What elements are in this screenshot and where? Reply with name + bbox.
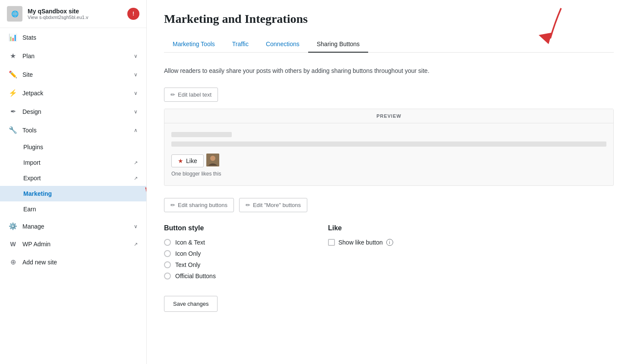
radio-label: Official Buttons (175, 273, 216, 279)
radio-circle (164, 239, 171, 246)
export-label: Export (23, 175, 41, 182)
import-label: Import (23, 159, 41, 166)
button-style-section: Button style Icon & Text Icon Only Text … (164, 224, 293, 284)
edit-more-buttons[interactable]: ✏ Edit "More" buttons (239, 198, 307, 212)
sidebar-nav: 📊 Stats ★ Plan ∨ ✏️ Site ∨ ⚡ Jetpack ∨ ✒… (0, 28, 146, 364)
wp-icon: W (9, 241, 17, 248)
radio-circle (164, 261, 171, 268)
chevron-down-icon: ∨ (134, 53, 138, 59)
site-info: My qSandbox site View s-qbdxmt2sgh5bl.eu… (28, 8, 122, 20)
settings-row: Button style Icon & Text Icon Only Text … (164, 224, 614, 284)
like-settings-title: Like (328, 224, 457, 232)
notification-badge[interactable]: ! (127, 8, 139, 20)
avatar-face (206, 154, 219, 166)
sidebar-item-tools[interactable]: 🔧 Tools ∧ (0, 121, 146, 139)
radio-icon-only[interactable]: Icon Only (164, 250, 293, 257)
radio-label: Text Only (175, 261, 200, 268)
skeleton-line-long (171, 141, 606, 147)
sidebar-item-stats[interactable]: 📊 Stats (0, 28, 146, 47)
sidebar-item-label: Add new site (22, 259, 138, 266)
radio-icon-text[interactable]: Icon & Text (164, 239, 293, 246)
radio-circle (164, 250, 171, 257)
sidebar-item-label: Site (22, 71, 129, 78)
sidebar-item-label: Jetpack (22, 90, 129, 97)
sidebar-item-import[interactable]: Import ↗ (0, 155, 146, 170)
external-link-icon: ↗ (134, 176, 138, 181)
radio-text-only[interactable]: Text Only (164, 261, 293, 268)
site-edit-icon: ✏️ (9, 70, 17, 78)
sidebar: 🌐 My qSandbox site View s-qbdxmt2sgh5bl.… (0, 0, 147, 364)
sidebar-item-export[interactable]: Export ↗ (0, 170, 146, 186)
tab-connections[interactable]: Connections (257, 36, 308, 53)
page-title: Marketing and Integrations (164, 12, 614, 26)
pencil-icon: ✏ (170, 91, 175, 98)
marketing-arrow (142, 184, 147, 201)
main-content: Marketing and Integrations Marketing Too… (147, 0, 631, 364)
tools-icon: 🔧 (9, 126, 17, 134)
plugins-label: Plugins (23, 144, 43, 151)
svg-point-3 (210, 156, 215, 161)
radio-label: Icon & Text (175, 239, 205, 246)
radio-label: Icon Only (175, 250, 201, 257)
show-like-checkbox[interactable] (328, 239, 335, 246)
pencil-icon: ✏ (170, 202, 175, 208)
stats-icon: 📊 (9, 33, 17, 41)
tab-marketing-tools[interactable]: Marketing Tools (164, 36, 224, 53)
like-settings-section: Like Show like button i (328, 224, 457, 246)
tab-sharing-buttons[interactable]: Sharing Buttons (308, 36, 369, 53)
tab-traffic[interactable]: Traffic (224, 36, 257, 53)
edit-label-button[interactable]: ✏ Edit label text (164, 88, 218, 102)
sidebar-item-label: Design (22, 108, 129, 115)
sidebar-item-plan[interactable]: ★ Plan ∨ (0, 47, 146, 65)
sidebar-header: 🌐 My qSandbox site View s-qbdxmt2sgh5bl.… (0, 0, 146, 28)
sidebar-item-label: WP Admin (22, 241, 129, 248)
sidebar-item-marketing[interactable]: Marketing (0, 186, 146, 201)
chevron-down-icon: ∨ (134, 109, 138, 115)
info-icon[interactable]: i (386, 239, 393, 246)
content-area: Allow readers to easily share your posts… (147, 53, 631, 364)
like-star-icon: ★ (178, 157, 183, 164)
chevron-down-icon: ∨ (134, 90, 138, 96)
tabs: Marketing Tools Traffic Connections Shar… (164, 36, 614, 53)
sidebar-item-label: Stats (22, 34, 138, 41)
sidebar-item-label: Tools (22, 127, 129, 134)
manage-icon: ⚙️ (9, 222, 17, 230)
like-label: Like (186, 157, 197, 164)
plan-icon: ★ (9, 52, 17, 60)
chevron-down-icon: ∨ (134, 223, 138, 229)
page-header: Marketing and Integrations Marketing Too… (147, 0, 631, 53)
preview-body: ★ Like One blogg (164, 123, 613, 185)
radio-official[interactable]: Official Buttons (164, 273, 293, 279)
page-description: Allow readers to easily share your posts… (164, 66, 614, 75)
one-blogger-text: One blogger likes this (171, 171, 606, 177)
pencil-icon: ✏ (246, 202, 250, 208)
external-link-icon: ↗ (134, 242, 138, 247)
sidebar-item-design[interactable]: ✒ Design ∨ (0, 102, 146, 121)
sidebar-item-site[interactable]: ✏️ Site ∨ (0, 65, 146, 84)
earn-label: Earn (23, 206, 36, 213)
site-icon: 🌐 (7, 6, 22, 22)
show-like-row: Show like button i (328, 239, 457, 246)
design-icon: ✒ (9, 107, 17, 116)
sidebar-item-plugins[interactable]: Plugins (0, 139, 146, 155)
site-name: My qSandbox site (28, 8, 122, 15)
sidebar-item-addsite[interactable]: ⊕ Add new site (0, 253, 146, 271)
sidebar-item-manage[interactable]: ⚙️ Manage ∨ (0, 217, 146, 235)
like-button-preview[interactable]: ★ Like (171, 154, 204, 167)
sidebar-item-wpadmin[interactable]: W WP Admin ↗ (0, 235, 146, 253)
add-icon: ⊕ (9, 258, 17, 266)
external-link-icon: ↗ (134, 160, 138, 166)
sidebar-item-earn[interactable]: Earn (0, 201, 146, 217)
marketing-label: Marketing (23, 190, 52, 197)
edit-sharing-buttons[interactable]: ✏ Edit sharing buttons (164, 198, 234, 212)
button-style-title: Button style (164, 224, 293, 232)
sidebar-item-jetpack[interactable]: ⚡ Jetpack ∨ (0, 84, 146, 102)
chevron-down-icon: ∨ (134, 72, 138, 78)
jetpack-icon: ⚡ (9, 89, 17, 97)
save-button[interactable]: Save changes (164, 296, 218, 312)
show-like-label: Show like button (338, 239, 383, 246)
avatar (206, 154, 219, 166)
avatar-svg (206, 154, 219, 166)
skeleton-line-short (171, 132, 232, 137)
radio-circle (164, 273, 171, 279)
